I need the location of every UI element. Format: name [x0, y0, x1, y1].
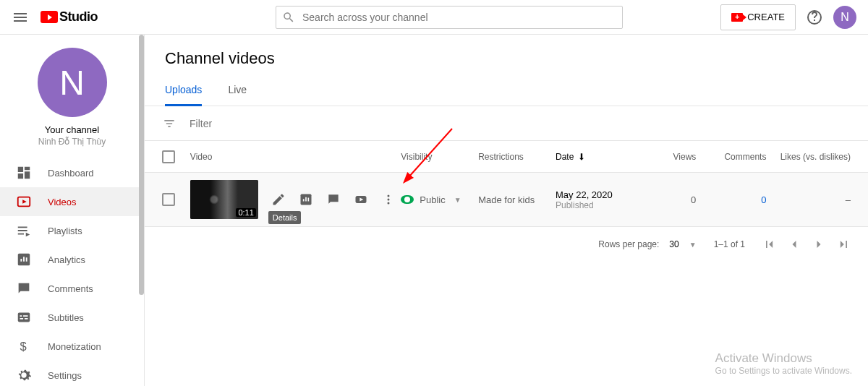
playlists-icon: [16, 223, 32, 239]
channel-block: N Your channel Ninh Đỗ Thị Thùy: [0, 35, 144, 154]
rows-per-page-label: Rows per page:: [598, 239, 659, 249]
svg-text:$: $: [20, 340, 27, 353]
analytics-action-icon[interactable]: [299, 192, 313, 207]
nav-comments[interactable]: Comments: [0, 274, 144, 303]
windows-watermark: Activate Windows Go to Settings to activ…: [715, 351, 852, 376]
svg-point-9: [387, 202, 389, 205]
first-page-icon[interactable]: [762, 237, 777, 252]
col-visibility[interactable]: Visibility: [401, 152, 478, 162]
hamburger-icon[interactable]: [12, 9, 29, 26]
svg-point-8: [387, 199, 389, 201]
tabs: Uploads Live: [145, 75, 868, 106]
help-icon[interactable]: [806, 9, 823, 26]
pagination: Rows per page: 30▼ 1–1 of 1: [145, 227, 868, 262]
search-box[interactable]: [276, 6, 623, 29]
nav-videos[interactable]: Videos: [0, 187, 144, 216]
edit-icon[interactable]: [271, 192, 286, 207]
channel-name: Ninh Đỗ Thị Thùy: [9, 137, 135, 147]
nav-monetization[interactable]: $ Monetization: [0, 332, 144, 361]
date-value: May 22, 2020: [556, 189, 640, 200]
dollar-icon: $: [16, 338, 32, 354]
search-input[interactable]: [302, 12, 616, 23]
page-title: Channel videos: [145, 35, 868, 75]
create-label: CREATE: [747, 12, 785, 22]
col-likes[interactable]: Likes (vs. dislikes): [766, 152, 851, 162]
channel-avatar[interactable]: N: [38, 48, 107, 117]
likes-value: –: [846, 194, 851, 205]
page-range: 1–1 of 1: [714, 239, 745, 249]
col-restrictions[interactable]: Restrictions: [478, 152, 556, 162]
comments-value[interactable]: 0: [761, 194, 766, 205]
search-icon: [282, 11, 295, 24]
youtube-play-icon: [41, 11, 58, 23]
filter-row: [145, 106, 868, 141]
next-page-icon[interactable]: [812, 237, 826, 252]
rows-per-page-value[interactable]: 30▼: [669, 239, 696, 249]
account-avatar[interactable]: N: [833, 6, 856, 29]
details-tooltip: Details: [268, 211, 302, 224]
youtube-action-icon[interactable]: [354, 192, 368, 207]
restrictions-value: Made for kids: [478, 194, 556, 205]
chevron-down-icon: ▼: [689, 241, 697, 249]
col-comments[interactable]: Comments: [696, 152, 766, 162]
prev-page-icon[interactable]: [787, 237, 801, 252]
nav-playlists[interactable]: Playlists: [0, 216, 144, 245]
nav-subtitles[interactable]: Subtitles: [0, 303, 144, 332]
videos-icon: [16, 194, 32, 210]
gear-icon: [16, 367, 32, 383]
row-actions: Details: [271, 192, 396, 207]
nav: Dashboard Videos Playlists Analytics Com…: [0, 158, 144, 386]
views-value: 0: [691, 194, 696, 205]
date-status: Published: [556, 200, 640, 210]
nav-settings[interactable]: Settings: [0, 361, 144, 386]
select-all-checkbox[interactable]: [162, 150, 175, 163]
nav-dashboard[interactable]: Dashboard: [0, 158, 144, 187]
row-checkbox[interactable]: [162, 193, 175, 206]
sidebar: N Your channel Ninh Đỗ Thị Thùy Dashboar…: [0, 35, 145, 386]
col-video[interactable]: Video: [190, 152, 401, 162]
visibility-dropdown[interactable]: Public ▼: [401, 194, 478, 205]
last-page-icon[interactable]: [836, 237, 851, 252]
create-button[interactable]: CREATE: [720, 4, 796, 30]
filter-input[interactable]: [190, 118, 851, 129]
channel-label: Your channel: [9, 124, 135, 135]
subtitles-icon: [16, 309, 32, 325]
video-duration: 0:11: [236, 208, 255, 217]
comments-icon: [16, 280, 32, 296]
svg-point-7: [387, 195, 389, 197]
col-views[interactable]: Views: [640, 152, 697, 162]
filter-icon[interactable]: [162, 116, 176, 131]
create-camera-icon: [731, 13, 743, 22]
main-content: Channel videos Uploads Live Video Visibi…: [145, 35, 868, 386]
analytics-icon: [16, 252, 32, 267]
video-thumbnail[interactable]: 0:11: [190, 180, 258, 219]
svg-rect-3: [18, 313, 30, 322]
table-header: Video Visibility Restrictions Date Views…: [145, 141, 868, 173]
arrow-down-icon: [576, 152, 587, 162]
sidebar-scrollbar[interactable]: [138, 35, 144, 386]
public-eye-icon: [401, 195, 414, 204]
col-date[interactable]: Date: [556, 152, 640, 162]
chevron-down-icon: ▼: [454, 196, 461, 204]
tab-uploads[interactable]: Uploads: [165, 75, 202, 106]
nav-analytics[interactable]: Analytics: [0, 245, 144, 274]
tab-live[interactable]: Live: [228, 75, 247, 106]
video-row[interactable]: 0:11 Details Public ▼ Made for k: [145, 173, 868, 227]
comments-action-icon[interactable]: [326, 192, 341, 207]
header: Studio CREATE N: [0, 0, 868, 35]
logo[interactable]: Studio: [41, 9, 98, 25]
more-vert-icon[interactable]: [381, 192, 396, 207]
dashboard-icon: [16, 165, 32, 181]
logo-text: Studio: [59, 9, 98, 25]
